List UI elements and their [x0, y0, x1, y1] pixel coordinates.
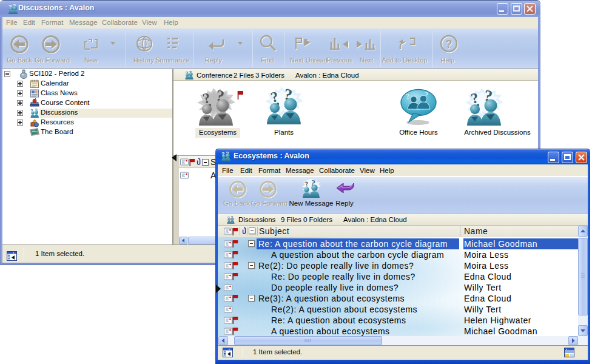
svg-text:?: ? [445, 38, 452, 50]
